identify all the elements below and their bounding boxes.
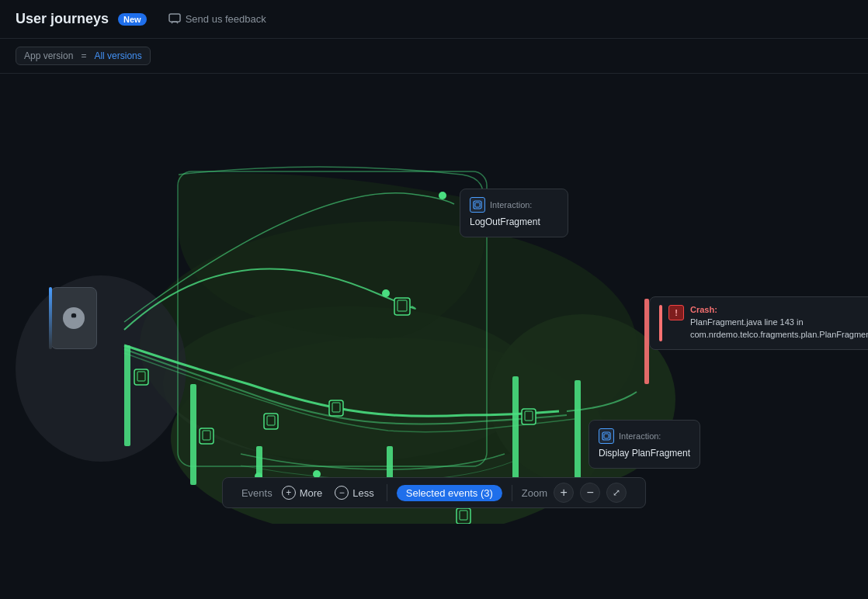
interaction-display-title: Interaction: [619, 431, 661, 441]
journey-canvas[interactable]: Interaction: LogOutFragment Interaction:… [0, 74, 868, 524]
svg-rect-11 [512, 376, 519, 489]
interaction-logout-body: LogOutFragment [470, 216, 558, 229]
svg-rect-38 [475, 203, 480, 207]
filter-operator: = [78, 50, 89, 61]
selected-section: Selected events (3) [387, 485, 512, 501]
interaction-display-icon [599, 428, 614, 444]
filter-bar: App version = All versions [0, 39, 868, 74]
svg-rect-8 [190, 384, 196, 485]
crash-content: Crash: PlanFragment.java line 143 in com… [690, 305, 868, 341]
svg-rect-40 [604, 434, 609, 438]
filter-key: App version [24, 50, 73, 61]
more-label: More [300, 487, 323, 499]
page-title: User journeys [16, 11, 109, 27]
crash-icon: ! [668, 305, 684, 320]
interaction-display-card: Interaction: Display PlanFragment [589, 420, 700, 469]
svg-point-32 [439, 192, 446, 199]
svg-point-4 [16, 275, 186, 462]
interaction-display-body: Display PlanFragment [599, 447, 690, 460]
zoom-out-button[interactable]: − [580, 483, 600, 503]
user-icon [63, 307, 85, 329]
events-toolbar: Events + More − Less Selected events (3)… [222, 477, 646, 508]
feedback-icon [168, 13, 181, 26]
svg-rect-0 [169, 14, 180, 22]
crash-card: ! Crash: PlanFragment.java line 143 in c… [649, 296, 868, 350]
less-icon: − [335, 486, 349, 500]
more-icon: + [282, 486, 296, 500]
app-version-filter[interactable]: App version = All versions [16, 47, 151, 65]
zoom-section: Zoom + − ⤢ [512, 483, 636, 503]
header: User journeys New Send us feedback [0, 0, 868, 39]
user-bar [49, 287, 52, 349]
interaction-logout-card: Interaction: LogOutFragment [460, 189, 568, 237]
zoom-label: Zoom [522, 487, 547, 499]
svg-point-33 [382, 289, 390, 297]
events-section: Events + More − Less [232, 484, 387, 501]
events-label: Events [241, 487, 273, 499]
more-button[interactable]: + More [279, 484, 326, 501]
less-label: Less [352, 487, 373, 499]
crash-title: Crash: [690, 305, 868, 314]
new-badge: New [118, 13, 147, 26]
zoom-in-button[interactable]: + [554, 483, 574, 503]
interaction-logout-title: Interaction: [490, 200, 532, 209]
crash-body: PlanFragment.java line 143 in com.nrdemo… [690, 317, 868, 341]
less-button[interactable]: − Less [332, 484, 377, 501]
crash-severity-bar [659, 305, 662, 341]
interaction-logout-icon [470, 197, 485, 213]
filter-value: All versions [94, 50, 141, 61]
feedback-button[interactable]: Send us feedback [168, 13, 266, 26]
zoom-fit-button[interactable]: ⤢ [606, 483, 627, 503]
user-node [50, 287, 97, 349]
feedback-label: Send us feedback [186, 13, 266, 25]
svg-rect-7 [124, 345, 130, 446]
selected-events-button[interactable]: Selected events (3) [397, 485, 502, 501]
